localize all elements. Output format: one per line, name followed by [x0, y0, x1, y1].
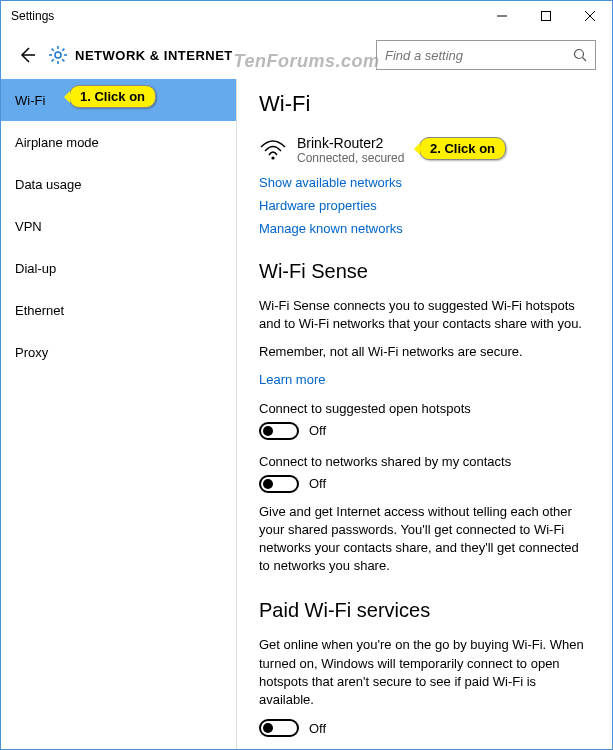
sidebar-item-wifi[interactable]: Wi-Fi 1. Click on	[1, 79, 236, 121]
network-name: Brink-Router2	[297, 135, 404, 151]
toggle2-state: Off	[309, 476, 326, 491]
sidebar-item-label: Ethernet	[15, 303, 64, 318]
toggle1-state: Off	[309, 423, 326, 438]
toggle1-label: Connect to suggested open hotspots	[259, 401, 590, 416]
minimize-button[interactable]	[480, 1, 524, 31]
sidebar-item-vpn[interactable]: VPN	[1, 205, 236, 247]
toggle-suggested-hotspots[interactable]	[259, 422, 299, 440]
svg-line-13	[62, 49, 64, 51]
gear-icon	[49, 46, 67, 64]
sidebar-item-label: Data usage	[15, 177, 82, 192]
paid-wifi-heading: Paid Wi-Fi services	[259, 599, 590, 622]
link-learn-more[interactable]: Learn more	[259, 372, 590, 387]
wifi-sense-desc: Wi-Fi Sense connects you to suggested Wi…	[259, 297, 590, 333]
svg-line-11	[62, 59, 64, 61]
window-title: Settings	[11, 9, 480, 23]
header: NETWORK & INTERNET	[1, 31, 612, 79]
maximize-button[interactable]	[524, 1, 568, 31]
toggle2-label: Connect to networks shared by my contact…	[259, 454, 590, 469]
sidebar-item-proxy[interactable]: Proxy	[1, 331, 236, 373]
svg-line-10	[52, 49, 54, 51]
sidebar-item-label: VPN	[15, 219, 42, 234]
close-button[interactable]	[568, 1, 612, 31]
sidebar-item-label: Wi-Fi	[15, 93, 45, 108]
svg-point-16	[271, 156, 274, 159]
search-input[interactable]	[385, 48, 573, 63]
wifi-sense-remember: Remember, not all Wi-Fi networks are sec…	[259, 343, 590, 361]
back-icon[interactable]	[17, 45, 37, 65]
current-network[interactable]: Brink-Router2 Connected, secured 2. Clic…	[259, 135, 590, 165]
callout-2: 2. Click on	[419, 137, 506, 160]
sidebar-item-label: Proxy	[15, 345, 48, 360]
wifi-sense-heading: Wi-Fi Sense	[259, 260, 590, 283]
svg-line-15	[583, 58, 587, 62]
sidebar-item-dialup[interactable]: Dial-up	[1, 247, 236, 289]
svg-rect-1	[542, 12, 551, 21]
link-manage-known-networks[interactable]: Manage known networks	[259, 221, 590, 236]
paid-wifi-desc: Get online when you're on the go by buyi…	[259, 636, 590, 709]
toggle-paid-state: Off	[309, 721, 326, 736]
toggle-paid-wifi[interactable]	[259, 719, 299, 737]
svg-point-5	[55, 52, 61, 58]
toggle-contacts-networks[interactable]	[259, 475, 299, 493]
sidebar-item-airplane[interactable]: Airplane mode	[1, 121, 236, 163]
wifi-icon	[259, 139, 287, 161]
sidebar-item-datausage[interactable]: Data usage	[1, 163, 236, 205]
sidebar-item-ethernet[interactable]: Ethernet	[1, 289, 236, 331]
section-title: NETWORK & INTERNET	[75, 48, 233, 63]
sidebar-item-label: Dial-up	[15, 261, 56, 276]
svg-point-14	[575, 50, 584, 59]
callout-1: 1. Click on	[69, 85, 156, 108]
network-status: Connected, secured	[297, 151, 404, 165]
link-hardware-properties[interactable]: Hardware properties	[259, 198, 590, 213]
svg-line-12	[52, 59, 54, 61]
main-panel: Wi-Fi Brink-Router2 Connected, secured 2…	[236, 79, 612, 749]
give-get-desc: Give and get Internet access without tel…	[259, 503, 590, 576]
search-icon	[573, 48, 587, 62]
sidebar: Wi-Fi 1. Click on Airplane mode Data usa…	[1, 79, 236, 749]
titlebar: Settings	[1, 1, 612, 31]
page-title: Wi-Fi	[259, 91, 590, 117]
search-box[interactable]	[376, 40, 596, 70]
sidebar-item-label: Airplane mode	[15, 135, 99, 150]
link-show-networks[interactable]: Show available networks	[259, 175, 590, 190]
